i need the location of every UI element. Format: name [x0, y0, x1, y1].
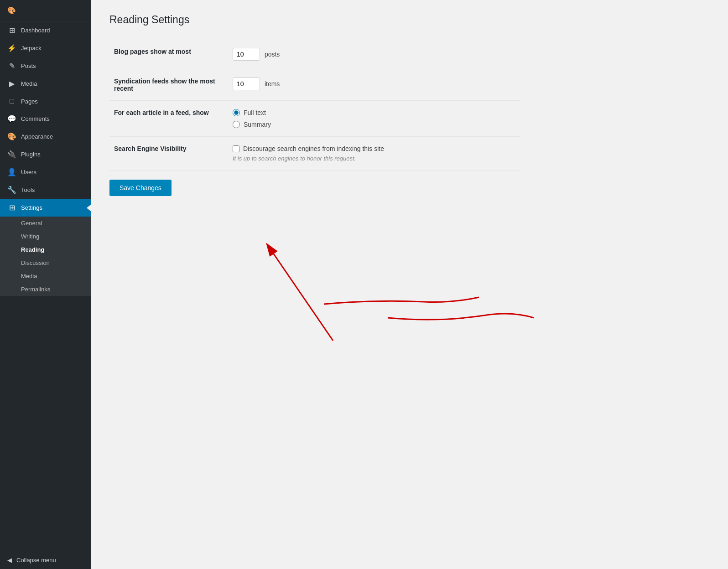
- sidebar-item-tools[interactable]: 🔧 Tools: [0, 181, 91, 199]
- collapse-icon: ◀: [7, 557, 12, 564]
- submenu-media[interactable]: Media: [0, 269, 91, 283]
- feed-article-field-cell: Full text Summary: [228, 101, 520, 137]
- sidebar-item-label: Users: [21, 169, 36, 176]
- sidebar-item-plugins[interactable]: 🔌 Plugins: [0, 145, 91, 163]
- submenu-discussion[interactable]: Discussion: [0, 256, 91, 269]
- submenu-general[interactable]: General: [0, 217, 91, 230]
- sidebar-item-users[interactable]: 👤 Users: [0, 163, 91, 181]
- syndication-input[interactable]: [233, 78, 260, 90]
- syndication-unit: items: [265, 80, 280, 88]
- sidebar-item-jetpack[interactable]: ⚡ Jetpack: [0, 39, 91, 57]
- sidebar-item-label: Appearance: [21, 133, 53, 140]
- search-engine-row: Search Engine Visibility Discourage sear…: [109, 137, 520, 171]
- sidebar-item-label: Dashboard: [21, 27, 50, 34]
- reading-settings-form: Blog pages show at most posts Syndicatio…: [109, 40, 710, 196]
- blog-pages-input[interactable]: [233, 48, 260, 61]
- sidebar-item-label: Media: [21, 80, 37, 87]
- media-icon: ▶: [7, 79, 16, 88]
- jetpack-icon: ⚡: [7, 44, 16, 52]
- main-content: Reading Settings Blog pages show at most…: [91, 0, 728, 569]
- pages-icon: □: [7, 97, 16, 105]
- content-area: Blog pages show at most posts Syndicatio…: [109, 40, 710, 196]
- blog-pages-field-cell: posts: [228, 40, 520, 69]
- submenu-reading[interactable]: Reading: [0, 243, 91, 256]
- dashboard-icon: ⊞: [7, 26, 16, 35]
- sidebar-item-dashboard[interactable]: ⊞ Dashboard: [0, 21, 91, 39]
- sidebar-item-label: Comments: [21, 115, 50, 122]
- blog-pages-row: Blog pages show at most posts: [109, 40, 520, 69]
- syndication-label: Syndication feeds show the most recent: [109, 69, 228, 101]
- site-logo: 🎨: [0, 0, 91, 21]
- appearance-icon: 🎨: [7, 132, 16, 141]
- settings-submenu: General Writing Reading Discussion Media…: [0, 217, 91, 296]
- sidebar-nav: ⊞ Dashboard ⚡ Jetpack ✎ Posts ▶ Media □ …: [0, 21, 91, 551]
- sidebar-item-pages[interactable]: □ Pages: [0, 93, 91, 110]
- comments-icon: 💬: [7, 114, 16, 123]
- radio-full-text[interactable]: Full text: [233, 109, 515, 116]
- syndication-field-cell: items: [228, 69, 520, 101]
- sidebar-item-posts[interactable]: ✎ Posts: [0, 57, 91, 75]
- sidebar-item-label: Settings: [21, 204, 42, 211]
- radio-full-text-label: Full text: [244, 109, 266, 116]
- page-title: Reading Settings: [109, 14, 710, 26]
- sidebar-item-media[interactable]: ▶ Media: [0, 75, 91, 93]
- search-engine-label: Search Engine Visibility: [109, 137, 228, 171]
- sidebar-item-label: Plugins: [21, 151, 41, 158]
- submenu-permalinks[interactable]: Permalinks: [0, 283, 91, 296]
- sidebar-item-appearance[interactable]: 🎨 Appearance: [0, 128, 91, 145]
- syndication-row: Syndication feeds show the most recent i…: [109, 69, 520, 101]
- blog-pages-unit: posts: [265, 51, 280, 58]
- settings-icon: ⊞: [7, 203, 16, 212]
- settings-table: Blog pages show at most posts Syndicatio…: [109, 40, 520, 171]
- wp-logo-icon: 🎨: [7, 6, 16, 15]
- sidebar-item-label: Pages: [21, 98, 38, 105]
- plugins-icon: 🔌: [7, 150, 16, 159]
- radio-full-text-input[interactable]: [233, 109, 240, 116]
- search-engine-checkbox-label: Discourage search engines from indexing …: [243, 145, 384, 152]
- feed-article-radio-group: Full text Summary: [233, 109, 515, 128]
- radio-summary-input[interactable]: [233, 121, 240, 128]
- search-engine-checkbox-row: Discourage search engines from indexing …: [233, 145, 515, 152]
- sidebar: 🎨 ⊞ Dashboard ⚡ Jetpack ✎ Posts ▶ Media …: [0, 0, 91, 569]
- collapse-menu-button[interactable]: ◀ Collapse menu: [0, 551, 91, 569]
- search-engine-checkbox[interactable]: [233, 145, 239, 152]
- sidebar-item-comments[interactable]: 💬 Comments: [0, 110, 91, 128]
- sidebar-item-settings[interactable]: ⊞ Settings: [0, 199, 91, 217]
- blog-pages-label: Blog pages show at most: [109, 40, 228, 69]
- collapse-label: Collapse menu: [16, 557, 56, 564]
- submenu-writing[interactable]: Writing: [0, 230, 91, 243]
- radio-summary-label: Summary: [244, 121, 271, 128]
- search-engine-help-text: It is up to search engines to honor this…: [233, 155, 515, 162]
- feed-article-row: For each article in a feed, show Full te…: [109, 101, 520, 137]
- feed-article-label: For each article in a feed, show: [109, 101, 228, 137]
- search-engine-field-cell: Discourage search engines from indexing …: [228, 137, 520, 171]
- radio-summary[interactable]: Summary: [233, 121, 515, 128]
- sidebar-item-label: Tools: [21, 186, 35, 193]
- sidebar-item-label: Jetpack: [21, 45, 42, 52]
- annotation-svg: [228, 213, 547, 372]
- tools-icon: 🔧: [7, 186, 16, 194]
- active-indicator: [87, 204, 91, 212]
- save-changes-button[interactable]: Save Changes: [109, 180, 172, 196]
- posts-icon: ✎: [7, 62, 16, 70]
- sidebar-item-label: Posts: [21, 62, 36, 69]
- users-icon: 👤: [7, 168, 16, 176]
